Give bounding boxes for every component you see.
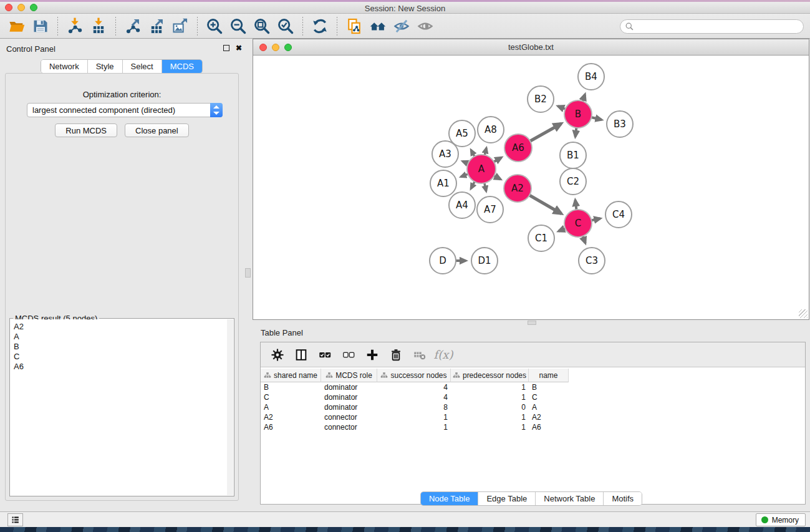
tab-style[interactable]: Style [88, 60, 123, 73]
graph-node-c[interactable]: C [564, 210, 592, 237]
memory-button[interactable]: Memory [756, 513, 806, 526]
graph-node-d[interactable]: D [430, 248, 456, 274]
graph-node-b3[interactable]: B3 [607, 111, 633, 137]
export-image-icon[interactable] [168, 16, 192, 36]
graph-node-c3[interactable]: C3 [579, 248, 605, 274]
graph-node-d1[interactable]: D1 [471, 248, 498, 274]
result-list-item[interactable]: A [14, 332, 227, 342]
function-builder-icon[interactable]: f(x) [432, 346, 455, 364]
table-cell: 1 [451, 392, 529, 402]
close-panel-icon[interactable]: ✖ [236, 45, 242, 51]
graph-node-c4[interactable]: C4 [605, 201, 632, 228]
graph-node-c1[interactable]: C1 [528, 225, 554, 251]
table-panel-title: Table Panel [261, 328, 303, 337]
result-list-item[interactable]: C [14, 352, 227, 362]
select-all-icon[interactable] [313, 346, 337, 364]
graph-node-a3[interactable]: A3 [432, 141, 458, 167]
eye-slash-icon[interactable] [390, 16, 413, 36]
tab-select[interactable]: Select [123, 60, 162, 73]
column-header-shared-name[interactable]: shared name [261, 369, 321, 382]
dropdown-stepper-icon [210, 103, 223, 117]
open-session-icon[interactable] [5, 16, 29, 36]
splitter-handle[interactable] [245, 268, 251, 278]
tab-node-table[interactable]: Node Table [421, 492, 479, 505]
save-session-icon[interactable] [29, 16, 52, 36]
criterion-dropdown[interactable]: largest connected component (directed) [27, 103, 223, 117]
table-row[interactable]: Cdominator41C [261, 392, 805, 402]
network-canvas[interactable]: B4B2BB3A5A8A6A3B1AA1C2A2A4A7CC4C1C3DD1 [253, 56, 809, 319]
zoom-in-icon[interactable] [203, 16, 226, 36]
zoom-out-icon[interactable] [226, 16, 250, 36]
function-icon-label: f(x) [434, 348, 453, 361]
task-history-button[interactable] [7, 513, 23, 526]
graph-node-a2[interactable]: A2 [504, 175, 531, 202]
horizontal-splitter[interactable] [253, 320, 810, 326]
result-list-item[interactable]: A2 [14, 322, 227, 332]
main-titlebar[interactable]: Session: New Session [0, 2, 810, 14]
tab-network[interactable]: Network [41, 60, 88, 73]
graph-node-b[interactable]: B [564, 100, 592, 128]
eye-icon[interactable] [413, 16, 437, 36]
refresh-icon[interactable] [308, 16, 332, 36]
delete-table-icon[interactable] [408, 346, 432, 364]
close-panel-button[interactable]: Close panel [125, 123, 189, 137]
graph-node-a1[interactable]: A1 [430, 170, 456, 196]
svg-text:D: D [439, 255, 446, 266]
search-box[interactable] [620, 19, 804, 34]
copy-network-icon[interactable] [342, 16, 366, 36]
graph-node-a7[interactable]: A7 [477, 196, 503, 223]
column-header-successor-nodes[interactable]: successor nodes [377, 369, 451, 382]
graph-node-a5[interactable]: A5 [449, 120, 475, 147]
tab-motifs[interactable]: Motifs [604, 492, 642, 505]
svg-text:A: A [478, 163, 485, 175]
graph-node-b4[interactable]: B4 [578, 64, 604, 90]
search-input[interactable] [634, 22, 803, 31]
vertical-splitter[interactable] [243, 39, 253, 511]
result-list-item[interactable]: A6 [14, 362, 227, 372]
graph-node-a[interactable]: A [467, 155, 496, 183]
graph-node-b2[interactable]: B2 [528, 86, 554, 112]
table-row[interactable]: Bdominator41B [261, 382, 805, 392]
result-list-item[interactable]: B [14, 342, 227, 352]
delete-column-icon[interactable] [384, 346, 408, 364]
graph-node-a6[interactable]: A6 [504, 134, 532, 162]
import-table-icon[interactable] [87, 16, 110, 36]
splitter-handle[interactable] [528, 321, 536, 325]
zoom-fit-icon[interactable] [250, 16, 274, 36]
graph-node-a4[interactable]: A4 [449, 192, 475, 218]
node-table-container: f(x) shared nameMCDS rolesuccessor nodes… [260, 342, 806, 505]
column-header-predecessor-nodes[interactable]: predecessor nodes [451, 369, 529, 382]
zoom-selected-icon[interactable] [274, 16, 297, 36]
graph-node-a8[interactable]: A8 [478, 117, 504, 143]
table-settings-gear-icon[interactable] [266, 346, 289, 364]
table-row[interactable]: A2connector11A2 [261, 412, 805, 422]
column-header-MCDS-role[interactable]: MCDS role [321, 369, 377, 382]
add-column-icon[interactable] [360, 346, 384, 364]
import-network-icon[interactable] [63, 16, 87, 36]
export-network-icon[interactable] [121, 16, 145, 36]
svg-text:C4: C4 [612, 209, 625, 220]
resize-grip-icon[interactable] [799, 309, 808, 318]
export-table-icon[interactable] [145, 16, 168, 36]
float-panel-icon[interactable] [223, 45, 229, 51]
svg-text:A4: A4 [456, 200, 468, 211]
svg-text:B4: B4 [585, 71, 597, 82]
table-cell: A [261, 402, 321, 412]
deselect-all-icon[interactable] [337, 346, 360, 364]
table-row[interactable]: A6connector11A6 [261, 422, 805, 432]
graph-node-b1[interactable]: B1 [560, 142, 586, 168]
result-scrollbar[interactable] [227, 319, 233, 495]
graph-node-c2[interactable]: C2 [560, 168, 586, 195]
table-row[interactable]: Adominator80A [261, 402, 805, 412]
column-header-name[interactable]: name [529, 369, 569, 382]
network-graph[interactable]: B4B2BB3A5A8A6A3B1AA1C2A2A4A7CC4C1C3DD1 [253, 56, 809, 319]
run-mcds-button[interactable]: Run MCDS [55, 123, 117, 137]
column-header-label: MCDS role [335, 371, 372, 380]
column-browser-icon[interactable] [289, 346, 313, 364]
network-window-titlebar[interactable]: testGlobe.txt [253, 39, 809, 56]
tab-mcds[interactable]: MCDS [162, 60, 202, 73]
houses-icon[interactable] [366, 16, 390, 36]
tab-edge-table[interactable]: Edge Table [478, 492, 536, 505]
mcds-tab-content: Optimization criterion: largest connecte… [5, 73, 239, 501]
tab-network-table[interactable]: Network Table [536, 492, 604, 505]
